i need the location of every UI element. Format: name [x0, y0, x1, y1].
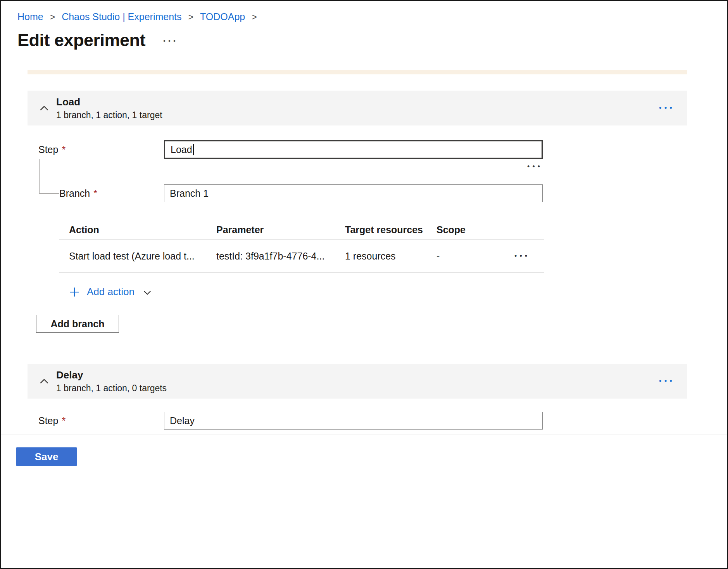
breadcrumb-chaos-studio-link[interactable]: Chaos Studio | Experiments — [62, 11, 181, 22]
add-branch-button[interactable]: Add branch — [36, 315, 119, 333]
required-asterisk: * — [62, 144, 66, 155]
step-label: Step* — [28, 144, 164, 155]
step-more-icon[interactable]: ••• — [28, 163, 543, 177]
page-more-icon[interactable]: ••• — [163, 37, 178, 45]
step-card-more-icon[interactable]: ••• — [659, 377, 675, 385]
step-card-delay-body: Step* — [28, 399, 687, 437]
action-row-more-icon[interactable]: ••• — [489, 252, 544, 260]
column-header-target-resources: Target resources — [335, 224, 427, 236]
step-label-text: Step — [38, 144, 58, 155]
breadcrumb-todoapp-link[interactable]: TODOApp — [200, 11, 245, 22]
breadcrumb-separator-icon: > — [188, 12, 193, 22]
breadcrumb-separator-icon: > — [252, 12, 257, 22]
step-card-summary: 1 branch, 1 action, 1 target — [56, 110, 162, 120]
breadcrumb-separator-icon: > — [50, 12, 55, 22]
step-card-load-body: Step* Load ••• Branch* Action Parameter — [28, 125, 687, 347]
breadcrumb-home-link[interactable]: Home — [17, 11, 43, 22]
step-card-more-icon[interactable]: ••• — [659, 104, 675, 112]
table-row: Start load test (Azure load t... testId:… — [59, 239, 544, 273]
breadcrumb: Home > Chaos Studio | Experiments > TODO… — [1, 1, 727, 22]
step-card-summary: 1 branch, 1 action, 0 targets — [56, 383, 167, 394]
parameter-cell: testId: 3f9a1f7b-4776-4... — [207, 251, 335, 262]
step-label: Step* — [28, 415, 164, 426]
step-name-input[interactable] — [164, 412, 543, 430]
page-title: Edit experiment — [17, 30, 145, 50]
step-label-text: Step — [38, 415, 58, 426]
step-card-delay-header: Delay 1 branch, 1 action, 0 targets ••• — [28, 364, 687, 399]
branch-name-row: Branch* — [28, 184, 687, 202]
step-card-heading: Delay 1 branch, 1 action, 0 targets — [56, 369, 167, 394]
column-header-action: Action — [59, 224, 207, 236]
step-name-row: Step* Load — [28, 140, 687, 159]
title-row: Edit experiment ••• — [17, 30, 727, 50]
add-action-label: Add action — [87, 286, 135, 298]
required-asterisk: * — [93, 188, 97, 199]
step-card-title: Load — [56, 96, 162, 108]
action-cell: Start load test (Azure load t... — [59, 251, 207, 262]
add-action-button[interactable]: Add action — [69, 286, 687, 298]
plus-icon — [69, 286, 80, 298]
step-card-load: Load 1 branch, 1 action, 1 target ••• St… — [28, 91, 687, 347]
save-button[interactable]: Save — [16, 447, 77, 466]
column-header-parameter: Parameter — [207, 224, 335, 236]
step-card-title: Delay — [56, 369, 167, 381]
scope-cell: - — [427, 251, 489, 262]
chevron-down-icon — [142, 288, 152, 298]
actions-table-header: Action Parameter Target resources Scope — [59, 220, 544, 239]
chevron-up-icon — [38, 102, 50, 114]
notice-strip — [28, 70, 687, 74]
text-cursor — [193, 144, 194, 155]
step-card-load-header: Load 1 branch, 1 action, 1 target ••• — [28, 91, 687, 125]
footer-bar: Save — [1, 435, 727, 568]
chevron-up-icon — [38, 375, 50, 387]
branch-label-text: Branch — [59, 188, 90, 199]
required-asterisk: * — [62, 415, 66, 426]
edit-experiment-page: Home > Chaos Studio | Experiments > TODO… — [0, 0, 728, 569]
step-card-heading: Load 1 branch, 1 action, 1 target — [56, 96, 162, 120]
collapse-chevron-up-icon[interactable] — [37, 375, 52, 387]
step-name-input[interactable]: Load — [164, 140, 543, 159]
step-card-delay: Delay 1 branch, 1 action, 0 targets ••• … — [28, 364, 687, 437]
actions-table: Action Parameter Target resources Scope … — [59, 220, 544, 273]
step-name-row: Step* — [28, 412, 687, 430]
branch-name-input[interactable] — [164, 184, 543, 202]
column-header-scope: Scope — [427, 224, 489, 236]
branch-connector-line — [39, 159, 59, 194]
step-name-value: Load — [171, 144, 192, 155]
collapse-chevron-up-icon[interactable] — [37, 102, 52, 114]
target-resources-cell: 1 resources — [335, 251, 427, 262]
